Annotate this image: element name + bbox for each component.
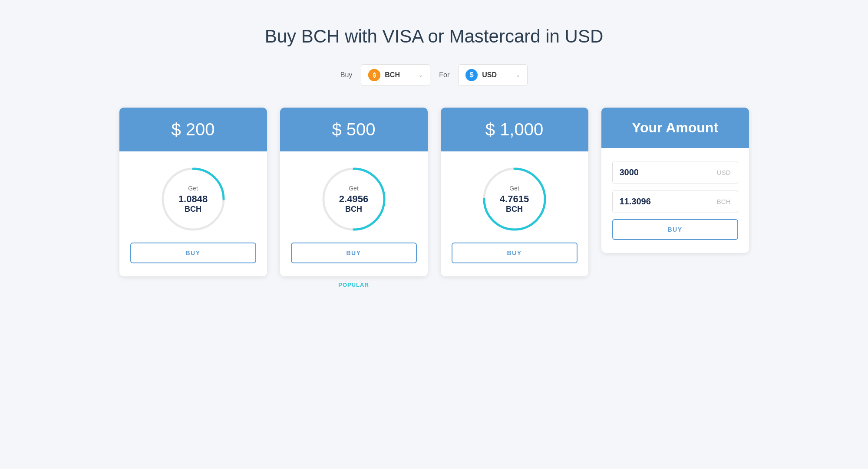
for-currency-select[interactable]: $ USD ⌄ (458, 64, 528, 86)
for-chevron-down-icon: ⌄ (516, 72, 520, 78)
card-200-body: Get 1.0848 BCH BUY (119, 151, 267, 276)
card-500: $ 500 Get 2.4956 BCH BUY (280, 108, 428, 276)
card-custom-body: USD BCH BUY (601, 148, 749, 253)
card-1000-bch-unit: BCH (500, 205, 529, 214)
card-200-bch-amount: 1.0848 (178, 194, 208, 205)
buy-currency-select[interactable]: ₿ BCH ⌄ (361, 64, 430, 86)
bch-input-group: BCH (612, 190, 738, 213)
card-500-circle: Get 2.4956 BCH (319, 164, 389, 234)
card-200: $ 200 Get 1.0848 BCH BUY (119, 108, 267, 276)
for-label: For (439, 71, 449, 79)
card-200-header: $ 200 (119, 108, 267, 151)
buy-currency-name: BCH (385, 71, 414, 79)
card-1000-body: Get 4.7615 BCH BUY (441, 151, 588, 276)
card-200-get-label: Get (178, 185, 208, 192)
for-currency-name: USD (482, 71, 512, 79)
card-custom-buy-button[interactable]: BUY (612, 219, 738, 240)
card-1000-buy-button[interactable]: BUY (452, 243, 578, 263)
card-1000-wrapper: $ 1,000 Get 4.7615 BCH BUY (441, 108, 588, 276)
bch-currency-label: BCH (710, 192, 738, 211)
card-1000-get-label: Get (500, 185, 529, 192)
card-500-circle-text: Get 2.4956 BCH (339, 185, 368, 214)
usd-currency-label: USD (710, 163, 738, 182)
card-500-header: $ 500 (280, 108, 428, 151)
page-title: Buy BCH with VISA or Mastercard in USD (265, 26, 604, 47)
card-1000-header: $ 1,000 (441, 108, 588, 151)
card-custom: Your Amount USD BCH BUY (601, 108, 749, 253)
usd-icon: $ (465, 69, 478, 81)
card-200-bch-unit: BCH (178, 205, 208, 214)
popular-badge: POPULAR (338, 282, 369, 288)
bch-icon: ₿ (368, 69, 380, 81)
card-200-circle: Get 1.0848 BCH (158, 164, 228, 234)
card-500-get-label: Get (339, 185, 368, 192)
card-custom-wrapper: Your Amount USD BCH BUY (601, 108, 749, 253)
currency-selectors: Buy ₿ BCH ⌄ For $ USD ⌄ (340, 64, 528, 86)
buy-label: Buy (340, 71, 353, 79)
cards-container: $ 200 Get 1.0848 BCH BUY $ 5 (119, 108, 749, 288)
card-500-body: Get 2.4956 BCH BUY (280, 151, 428, 276)
bch-amount-input[interactable] (613, 190, 710, 213)
card-500-buy-button[interactable]: BUY (291, 243, 417, 263)
card-200-buy-button[interactable]: BUY (130, 243, 256, 263)
card-500-bch-amount: 2.4956 (339, 194, 368, 205)
card-1000-circle-text: Get 4.7615 BCH (500, 185, 529, 214)
card-500-wrapper: $ 500 Get 2.4956 BCH BUY POPULAR (280, 108, 428, 288)
card-200-circle-text: Get 1.0848 BCH (178, 185, 208, 214)
card-1000: $ 1,000 Get 4.7615 BCH BUY (441, 108, 588, 276)
usd-input-group: USD (612, 161, 738, 184)
buy-chevron-down-icon: ⌄ (419, 72, 423, 78)
card-custom-header-text: Your Amount (632, 120, 718, 136)
card-500-bch-unit: BCH (339, 205, 368, 214)
card-200-wrapper: $ 200 Get 1.0848 BCH BUY (119, 108, 267, 276)
card-1000-bch-amount: 4.7615 (500, 194, 529, 205)
card-custom-header: Your Amount (601, 108, 749, 148)
usd-amount-input[interactable] (613, 161, 710, 184)
card-1000-circle: Get 4.7615 BCH (480, 164, 549, 234)
